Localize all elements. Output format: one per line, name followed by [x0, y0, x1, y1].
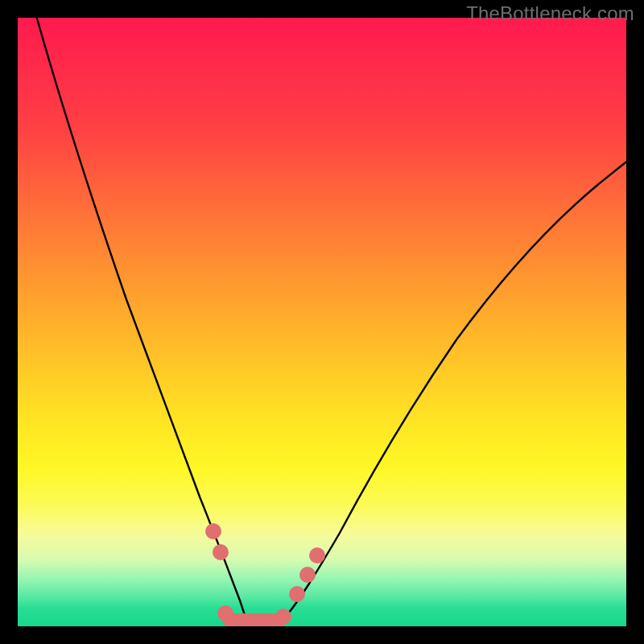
- plot-area: [18, 18, 626, 626]
- marker-dot: [217, 605, 233, 621]
- marker-dot: [205, 523, 221, 539]
- right-curve: [280, 159, 630, 623]
- chart-frame: TheBottleneck.com: [0, 0, 644, 644]
- marker-dot: [309, 547, 325, 564]
- curves-svg: [18, 18, 626, 626]
- marker-dot: [213, 544, 229, 560]
- marker-dot: [289, 586, 305, 602]
- marker-dot: [299, 567, 316, 583]
- marker-dot: [275, 609, 291, 625]
- watermark-text: TheBottleneck.com: [466, 2, 634, 25]
